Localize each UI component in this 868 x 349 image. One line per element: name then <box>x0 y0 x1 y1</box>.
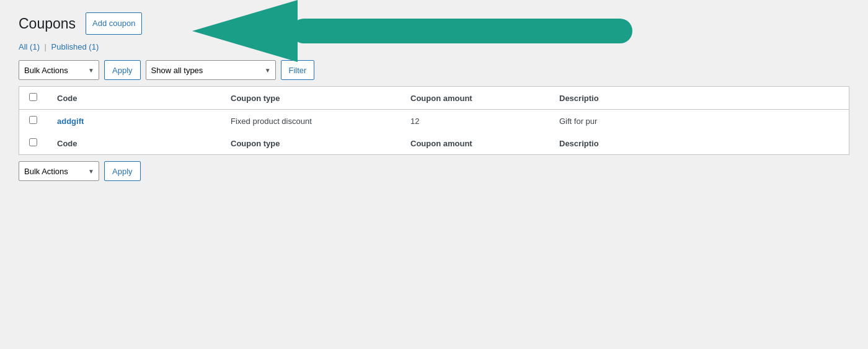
apply-button-bottom[interactable]: Apply <box>104 161 141 181</box>
page-wrapper: Coupons Add coupon All (1) | Published (… <box>0 0 868 193</box>
footer-code: Code <box>47 132 221 155</box>
bulk-actions-select[interactable]: Bulk Actions <box>19 60 99 80</box>
arrow-annotation <box>192 0 639 64</box>
table-footer-row: Code Coupon type Coupon amount Descripti… <box>19 132 849 155</box>
header-coupon-amount: Coupon amount <box>401 87 549 110</box>
footer-checkbox-col <box>19 132 48 155</box>
table-header-row: Code Coupon type Coupon amount Descripti… <box>19 87 849 110</box>
published-link[interactable]: Published (1) <box>51 42 99 51</box>
row-description: Gift for pur <box>549 110 849 133</box>
coupon-code-link[interactable]: addgift <box>57 117 84 126</box>
row-coupon-amount: 12 <box>401 110 549 133</box>
add-coupon-button[interactable]: Add coupon <box>86 12 142 35</box>
header-coupon-type: Coupon type <box>221 87 401 110</box>
bulk-actions-wrapper: Bulk Actions ▼ <box>19 60 99 80</box>
header-description: Descriptio <box>549 87 849 110</box>
footer-coupon-amount: Coupon amount <box>401 132 549 155</box>
bottom-toolbar: Bulk Actions ▼ Apply <box>19 161 849 181</box>
type-filter-wrapper: Show all types ▼ <box>146 60 276 80</box>
coupons-table: Code Coupon type Coupon amount Descripti… <box>19 86 849 155</box>
svg-rect-0 <box>291 19 632 43</box>
row-coupon-type: Fixed product discount <box>221 110 401 133</box>
footer-coupon-type: Coupon type <box>221 132 401 155</box>
row-code: addgift <box>47 110 221 133</box>
row-checkbox[interactable] <box>29 116 37 124</box>
type-filter-select[interactable]: Show all types <box>146 60 276 80</box>
footer-description: Descriptio <box>549 132 849 155</box>
table-row: addgift Fixed product discount 12 Gift f… <box>19 110 849 133</box>
bottom-bulk-actions-wrapper: Bulk Actions ▼ <box>19 161 99 181</box>
header-checkbox-col <box>19 87 48 110</box>
all-link[interactable]: All (1) <box>19 42 40 51</box>
footer-select-all-checkbox[interactable] <box>29 138 37 146</box>
row-checkbox-col <box>19 110 48 133</box>
select-all-checkbox[interactable] <box>29 93 37 101</box>
bottom-bulk-actions-select[interactable]: Bulk Actions <box>19 161 99 181</box>
page-title: Coupons <box>19 15 76 32</box>
svg-marker-1 <box>192 0 298 62</box>
separator: | <box>45 42 46 51</box>
header-code: Code <box>47 87 221 110</box>
apply-button-top[interactable]: Apply <box>104 60 141 80</box>
